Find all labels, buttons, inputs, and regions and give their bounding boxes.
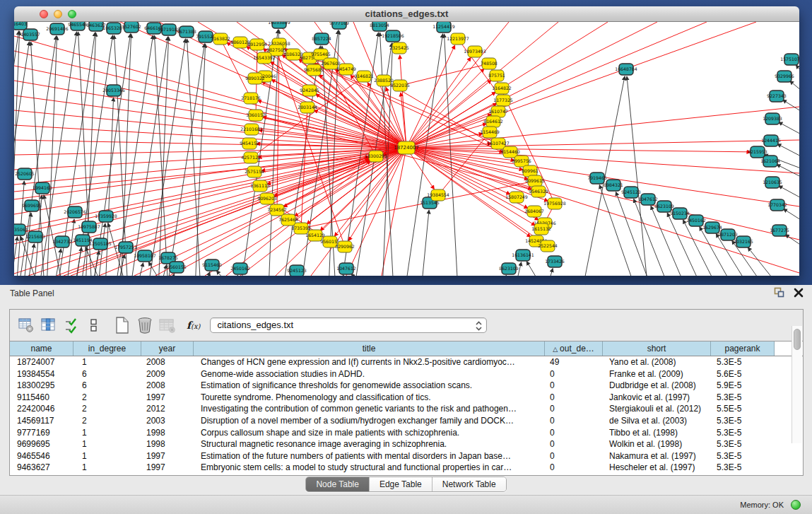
scrollbar-thumb[interactable] [794,329,801,350]
table-row[interactable]: 1872400712008Changes of HCN gene express… [10,356,803,368]
table-cell[interactable]: Jankovic et al. (1997) [603,392,711,404]
table-cell[interactable]: 1997 [141,450,194,462]
table-row[interactable]: 946362711997Embryonic stem cells: a mode… [10,462,803,474]
graph-node[interactable]: 8912954 [247,39,267,50]
graph-node[interactable]: 9245123 [287,265,307,276]
table-row[interactable]: 977716911998Corpus callosum shape and si… [10,427,803,439]
column-header-in_degree[interactable]: in_degree [73,341,141,356]
graph-node[interactable]: 8522035 [390,80,410,91]
select-all-columns-button[interactable] [61,315,82,336]
table-cell[interactable]: 2 [73,403,141,415]
graph-node[interactable]: 22101681 [240,124,263,135]
graph-node[interactable]: 12213977 [447,33,469,45]
graph-node[interactable]: 1154469 [480,127,500,138]
graph-node[interactable]: 4257122 [241,152,261,163]
graph-node[interactable]: 9675685 [304,64,324,76]
table-cell[interactable]: 2003 [141,415,194,427]
table-cell[interactable]: Changes of HCN gene expression and I(f) … [194,356,545,368]
column-header-year[interactable]: year [141,341,194,356]
table-cell[interactable]: 0 [545,392,603,404]
table-cell[interactable]: 1 [73,462,141,474]
table-cell[interactable]: 0 [545,462,603,474]
table-cell[interactable]: 18300295 [10,380,73,392]
column-header-pagerank[interactable]: pagerank [711,341,775,356]
table-cell[interactable]: 5.3E-5 [711,427,775,439]
graph-node[interactable]: 875751 [488,70,505,81]
table-cell[interactable]: 2 [73,415,141,427]
graph-node[interactable]: 1621064 [760,156,780,167]
table-row[interactable]: 1830029562008Estimation of significance … [10,380,803,392]
table-cell[interactable]: 5.3E-5 [711,450,775,462]
tab-edge-table[interactable]: Edge Table [370,477,433,491]
graph-node[interactable]: 2325425 [389,42,409,54]
graph-node[interactable]: 1047612 [336,263,356,274]
graph-node[interactable]: 8984321 [604,180,623,191]
graph-node[interactable]: 10973493 [464,46,486,57]
table-cell[interactable]: 0 [545,450,603,462]
graph-node[interactable]: 8164612 [483,116,503,127]
table-cell[interactable]: 2008 [141,380,194,392]
graph-node[interactable]: 9096203 [257,193,277,204]
graph-node[interactable]: 7163822 [211,33,230,45]
table-cell[interactable]: Investigating the contribution of common… [194,403,545,415]
graph-node[interactable]: 8099615 [525,175,545,187]
table-cell[interactable]: 5.3E-5 [711,356,775,368]
table-cell[interactable]: Tourette syndrome. Phenomenology and cla… [194,392,545,404]
graph-node[interactable]: 15807249 [505,192,528,203]
graph-node[interactable]: 2718176 [241,93,261,104]
graph-node[interactable]: 16648784 [615,64,637,75]
graph-node[interactable]: 11254419 [433,22,455,33]
table-cell[interactable]: Tibbo et al. (1998) [603,427,711,439]
graph-node[interactable]: 9227343 [767,90,787,102]
table-cell[interactable]: Nakamura et al. (1997) [603,450,711,462]
table-cell[interactable]: Hescheler et al. (1997) [603,462,711,474]
table-vertical-scrollbar[interactable] [792,326,802,443]
table-cell[interactable]: 5.9E-5 [711,380,775,392]
table-cell[interactable]: 2009 [141,368,194,380]
graph-node[interactable]: 1177325 [493,95,513,106]
create-column-button[interactable] [112,315,133,336]
table-cell[interactable]: 0 [545,415,603,427]
table-cell[interactable]: Estimation of significance thresholds fo… [194,380,545,392]
table-cell[interactable]: 1997 [141,462,194,474]
table-cell[interactable]: 19384554 [10,368,73,380]
table-cell[interactable]: Corpus callosum shape and size in male p… [194,427,545,439]
graph-node[interactable]: 9329966 [775,71,794,82]
graph-node[interactable]: 1361113 [250,180,270,192]
table-row[interactable]: 969969511998Structural magnetic resonanc… [10,438,803,450]
show-columns-button[interactable] [38,315,59,336]
graph-node[interactable]: 9242845 [300,85,319,96]
graph-node[interactable]: 16403 [14,22,27,30]
table-cell[interactable]: 0 [545,438,603,450]
graph-node[interactable]: 2803144 [298,102,317,113]
column-header-short[interactable]: short [603,341,711,356]
table-row[interactable]: 1938455462009Genome-wide association stu… [10,368,803,380]
graph-node[interactable]: 2450162 [230,263,250,274]
table-cell[interactable]: 1998 [141,438,194,450]
graph-node[interactable]: 2684067 [524,206,544,217]
graph-node[interactable]: 9454152 [240,138,259,149]
table-selector-dropdown[interactable]: citations_edges.txt [210,317,487,333]
graph-node[interactable]: 9560155 [167,262,187,273]
graph-node[interactable]: 8290962 [335,241,355,252]
graph-node[interactable]: 9777169 [329,22,349,29]
graph-node[interactable]: 1615132 [531,223,551,235]
table-cell[interactable]: Genome-wide association studies in ADHD. [194,368,545,380]
table-cell[interactable]: de Silva et al. (2003) [603,415,711,427]
table-cell[interactable]: 5.3E-5 [711,438,775,450]
graph-node[interactable]: 9890322 [245,73,265,84]
graph-node[interactable]: 9546329 [529,186,548,197]
graph-node[interactable]: 1244415 [761,135,781,146]
table-cell[interactable]: 9115460 [10,392,73,404]
table-cell[interactable]: Embryonic stem cells: a model to study s… [194,462,545,474]
graph-node[interactable]: 748508 [481,58,498,69]
table-cell[interactable]: 1 [73,438,141,450]
graph-node[interactable]: 1215683 [25,231,45,243]
table-cell[interactable]: 6 [73,380,141,392]
delete-columns-button[interactable] [134,315,155,336]
graph-node[interactable]: 9115460 [202,259,222,271]
graph-node[interactable]: 16033809 [268,22,290,28]
table-cell[interactable]: 0 [545,380,603,392]
delete-table-button[interactable] [157,315,178,336]
table-row[interactable]: 2242004622012Investigating the contribut… [10,403,803,415]
